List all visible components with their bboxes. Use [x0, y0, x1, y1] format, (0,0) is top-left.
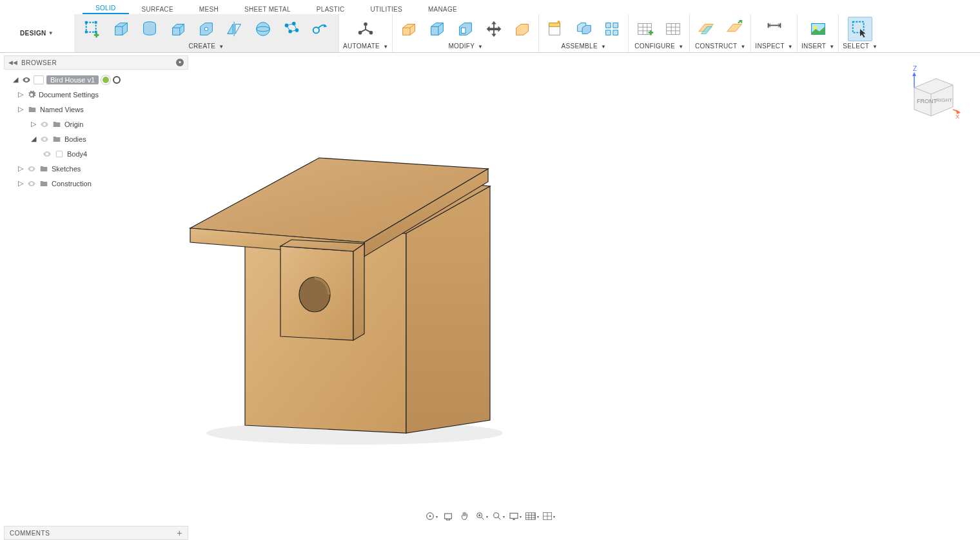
group-assemble: ASSEMBLE ▼: [538, 14, 628, 52]
tree-named-views[interactable]: ▷ Named Views: [4, 102, 188, 117]
automate-label[interactable]: AUTOMATE ▼: [343, 43, 388, 51]
context-tabs: SOLID SURFACE MESH SHEET METAL PLASTIC U…: [0, 0, 980, 14]
group-construct: CONSTRUCT ▼: [689, 14, 750, 52]
tree-doc-settings[interactable]: ▷ Document Settings: [4, 87, 188, 102]
tab-surface[interactable]: SURFACE: [129, 4, 186, 14]
tab-utilities[interactable]: UTILITIES: [358, 4, 415, 14]
manage-config-icon[interactable]: [661, 17, 685, 41]
expand-icon[interactable]: ◢: [12, 75, 19, 84]
automate-icon[interactable]: [353, 17, 378, 41]
browser-collapse-icon[interactable]: ◀◀: [8, 59, 17, 66]
svg-point-14: [364, 23, 368, 26]
pan-icon[interactable]: [458, 510, 472, 522]
look-at-icon[interactable]: [441, 510, 455, 522]
insert-icon[interactable]: [806, 17, 830, 41]
expand-icon[interactable]: ▷: [17, 105, 24, 113]
orbit-icon[interactable]: ▾: [424, 510, 438, 522]
plane-icon[interactable]: [694, 17, 718, 41]
tab-manage[interactable]: MANAGE: [415, 4, 470, 14]
viewport[interactable]: ◀◀ BROWSER • ◢ Bird House v1 ▷ Document …: [0, 53, 980, 525]
fit-icon[interactable]: ▾: [491, 510, 505, 522]
add-comment-icon[interactable]: +: [177, 528, 182, 538]
svg-rect-21: [613, 23, 618, 28]
comments-panel[interactable]: COMMENTS +: [4, 526, 188, 540]
expand-icon[interactable]: ▷: [17, 90, 24, 99]
browser-header[interactable]: ◀◀ BROWSER •: [4, 55, 188, 70]
configure-label[interactable]: CONFIGURE ▼: [634, 43, 683, 51]
new-component-icon[interactable]: [543, 17, 567, 41]
tree-construction[interactable]: ▷ Construction: [4, 176, 188, 191]
visibility-off-icon[interactable]: [40, 120, 49, 129]
expand-icon[interactable]: ◢: [30, 135, 37, 143]
insert-label[interactable]: INSERT ▼: [801, 43, 834, 51]
move-icon[interactable]: [482, 17, 506, 41]
svg-rect-29: [56, 151, 62, 157]
grid-settings-icon[interactable]: ▾: [525, 510, 539, 522]
activate-icon[interactable]: [113, 76, 121, 84]
tab-mesh[interactable]: MESH: [186, 4, 231, 14]
modify-label[interactable]: MODIFY ▼: [448, 43, 483, 51]
sphere-icon[interactable]: [251, 17, 275, 41]
assemble-label[interactable]: ASSEMBLE ▼: [562, 43, 607, 51]
joint-icon[interactable]: [571, 17, 596, 41]
zoom-icon[interactable]: ▾: [475, 510, 489, 522]
tree-label: Origin: [64, 121, 83, 128]
tree-origin[interactable]: ▷ Origin: [4, 117, 188, 131]
fillet-icon[interactable]: [425, 17, 449, 41]
component-icon: [34, 75, 44, 84]
joint-origin-icon[interactable]: [600, 17, 624, 41]
axis-icon[interactable]: [722, 17, 747, 41]
model-canvas[interactable]: [168, 117, 529, 452]
tree-bodies[interactable]: ◢ Bodies: [4, 131, 188, 146]
expand-icon[interactable]: ▷: [17, 179, 24, 188]
cylinder-icon[interactable]: [137, 17, 162, 41]
measure-icon[interactable]: [762, 17, 787, 41]
align-icon[interactable]: [510, 17, 534, 41]
configure-icon[interactable]: [632, 17, 657, 41]
svg-point-37: [429, 516, 431, 517]
select-label[interactable]: SELECT ▼: [843, 43, 877, 51]
tab-solid[interactable]: SOLID: [83, 3, 129, 14]
view-cube[interactable]: Z FRONT RIGHT X: [903, 63, 961, 121]
tab-sheet-metal[interactable]: SHEET METAL: [231, 4, 304, 14]
construct-label[interactable]: CONSTRUCT ▼: [695, 43, 746, 51]
select-icon[interactable]: [848, 17, 872, 41]
svg-point-27: [813, 25, 817, 29]
viewcube-right[interactable]: RIGHT: [936, 97, 952, 103]
box-icon[interactable]: [109, 17, 133, 41]
workspace-switcher[interactable]: DESIGN▼: [0, 14, 74, 52]
press-pull-icon[interactable]: [397, 17, 421, 41]
browser-options-icon[interactable]: •: [176, 59, 184, 66]
visibility-icon[interactable]: [22, 75, 31, 84]
svg-point-13: [313, 27, 319, 33]
tab-plastic[interactable]: PLASTIC: [304, 4, 358, 14]
create-label[interactable]: CREATE ▼: [189, 43, 224, 51]
svg-rect-22: [606, 30, 611, 35]
derive-icon[interactable]: [308, 17, 332, 41]
visibility-icon[interactable]: [27, 179, 36, 188]
expand-icon[interactable]: ▷: [30, 120, 37, 128]
group-inspect: INSPECT ▼: [750, 14, 797, 52]
svg-rect-23: [613, 30, 618, 35]
viewcube-front[interactable]: FRONT: [917, 98, 937, 104]
axis-z-label: Z: [913, 65, 917, 72]
inspect-label[interactable]: INSPECT ▼: [755, 43, 793, 51]
shell-icon[interactable]: [453, 17, 478, 41]
expand-icon[interactable]: ▷: [17, 164, 24, 173]
create-form-icon[interactable]: [279, 17, 304, 41]
extrude-icon[interactable]: [166, 17, 190, 41]
svg-rect-0: [86, 23, 96, 32]
tree-root[interactable]: ◢ Bird House v1: [4, 72, 188, 87]
tree-body4[interactable]: Body4: [4, 146, 188, 161]
new-sketch-icon[interactable]: [81, 17, 105, 41]
mirror-icon[interactable]: [222, 17, 247, 41]
svg-rect-25: [667, 24, 680, 35]
viewport-layout-icon[interactable]: ▾: [542, 510, 556, 522]
nav-bar: ▾ ▾ ▾ ▾ ▾ ▾: [424, 510, 556, 522]
tree-sketches[interactable]: ▷ Sketches: [4, 161, 188, 176]
visibility-icon[interactable]: [43, 149, 52, 159]
visibility-icon[interactable]: [27, 164, 36, 173]
display-settings-icon[interactable]: ▾: [508, 510, 522, 522]
visibility-icon[interactable]: [40, 135, 49, 144]
revolve-icon[interactable]: [194, 17, 219, 41]
